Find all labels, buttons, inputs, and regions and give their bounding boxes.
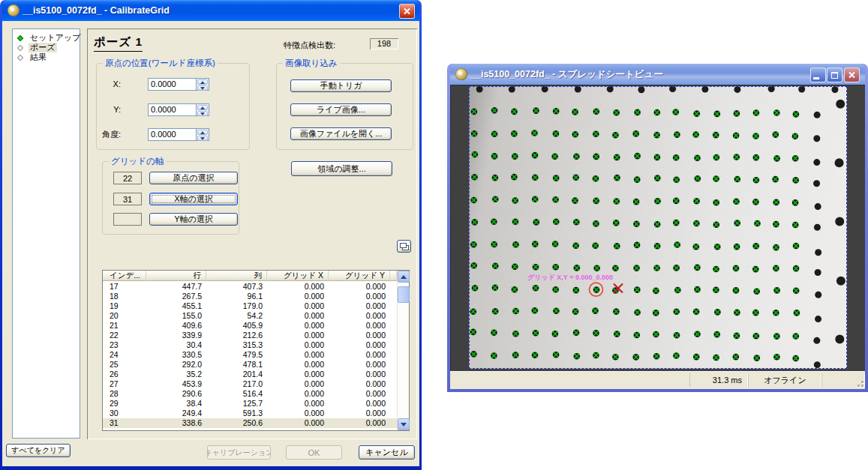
- cell: 0.000: [267, 370, 329, 379]
- cell: 405.9: [206, 321, 267, 331]
- tree-item-0[interactable]: セットアップ: [13, 33, 80, 43]
- table-row-29[interactable]: 2938.4125.70.0000.000: [103, 399, 397, 409]
- origin-field-input-0[interactable]: 0.0000: [148, 78, 197, 91]
- cell: 125.7: [206, 399, 267, 409]
- close-button[interactable]: [399, 4, 415, 19]
- table-row-20[interactable]: 20155.054.20.0000.000: [103, 311, 397, 321]
- minimize-button[interactable]: [810, 67, 826, 82]
- select-origin-button[interactable]: 原点の選択: [149, 172, 238, 184]
- open-image-file-button[interactable]: 画像ファイルを開く...: [290, 127, 392, 140]
- table-row-23[interactable]: 2330.4315.30.0000.000: [103, 340, 397, 350]
- cell: 478.1: [206, 360, 267, 370]
- spin-up-icon[interactable]: [197, 79, 208, 85]
- cell: 30: [103, 409, 146, 418]
- image-view-area[interactable]: グリッド X,Y = 0.000_0.000 31.3 ms オフライン: [450, 85, 865, 389]
- origin-field-label-2: 角度:: [99, 128, 121, 141]
- table-scrollbar[interactable]: [397, 271, 409, 430]
- cancel-button[interactable]: キャンセル: [359, 445, 415, 460]
- column-header-1[interactable]: 行: [146, 271, 206, 281]
- ok-button[interactable]: OK: [286, 445, 342, 460]
- cell: 0.000: [267, 389, 329, 399]
- calibrate-titlebar[interactable]: __is5100_0072fd_ - CalibrateGrid: [2, 0, 419, 21]
- tree-item-label: ポーズ: [29, 43, 57, 52]
- cell: 447.7: [146, 282, 206, 292]
- cell: 30.4: [146, 340, 206, 350]
- origin-field-spinner-1[interactable]: [197, 103, 209, 116]
- table-header[interactable]: インデ...行列グリッド Xグリッド Y: [103, 271, 397, 281]
- spin-down-icon[interactable]: [197, 85, 208, 91]
- tree-item-label: セットアップ: [29, 33, 83, 43]
- table-row-31[interactable]: 31338.6250.60.0000.000: [103, 418, 397, 428]
- cell: 17: [103, 282, 146, 292]
- table-row-26[interactable]: 2635.2201.40.0000.000: [103, 370, 397, 379]
- clear-all-button[interactable]: すべてをクリア: [6, 444, 71, 457]
- cell: 0.000: [267, 409, 329, 418]
- cell: 453.9: [146, 379, 206, 389]
- table-row-17[interactable]: 17447.7407.30.0000.000: [103, 282, 397, 292]
- calibrate-grid-window: __is5100_0072fd_ - CalibrateGrid セットアップポ…: [0, 0, 422, 470]
- cell: 330.5: [146, 350, 206, 360]
- table-row-18[interactable]: 18267.596.10.0000.000: [103, 292, 397, 301]
- origin-field-spinner-2[interactable]: [197, 128, 209, 141]
- scroll-thumb[interactable]: [398, 286, 410, 303]
- cell: 35.2: [146, 370, 206, 379]
- table-row-19[interactable]: 19455.1179.00.0000.000: [103, 301, 397, 311]
- region-adjust-button[interactable]: 領域の調整...: [291, 161, 392, 176]
- table-row-27[interactable]: 27453.9217.00.0000.000: [103, 379, 397, 389]
- copy-view-button[interactable]: [397, 240, 411, 253]
- cell: 516.4: [206, 389, 267, 399]
- origin-group: 原点の位置(ワールド座標系) X:0.0000Y:0.0000角度:0.0000: [96, 63, 250, 150]
- cell: 0.000: [267, 360, 329, 370]
- spin-up-icon[interactable]: [197, 105, 208, 110]
- spin-up-icon[interactable]: [197, 130, 208, 135]
- scroll-up-button[interactable]: [398, 271, 410, 283]
- spin-down-icon[interactable]: [197, 136, 208, 141]
- manual-trigger-button[interactable]: 手動トリガ: [290, 79, 392, 92]
- tree-list[interactable]: セットアップポーズ結果: [12, 28, 80, 439]
- cell: 0.000: [267, 301, 329, 311]
- column-header-3[interactable]: グリッド X: [267, 271, 329, 281]
- cell: 23: [103, 340, 146, 350]
- table-row-28[interactable]: 28290.6516.40.0000.000: [103, 389, 397, 399]
- cell: 267.5: [146, 292, 206, 301]
- scroll-down-button[interactable]: [398, 418, 410, 430]
- capture-group: 画像取り込み 手動トリガライブ画像...画像ファイルを開く...: [276, 63, 413, 150]
- cell: 0.000: [329, 350, 390, 360]
- cell: 0.000: [329, 282, 390, 292]
- calibration-image[interactable]: グリッド X,Y = 0.000_0.000: [469, 86, 847, 369]
- cell: 0.000: [329, 321, 390, 331]
- filled-diamond-icon: [17, 34, 23, 40]
- cell: 217.0: [206, 379, 267, 389]
- tree-item-1[interactable]: ポーズ: [13, 43, 80, 52]
- close-button-2[interactable]: [844, 67, 860, 82]
- tree-item-2[interactable]: 結果: [13, 52, 80, 62]
- origin-field-input-1[interactable]: 0.0000: [148, 103, 197, 116]
- column-header-4[interactable]: グリッド Y: [329, 271, 390, 281]
- select-y-axis-button[interactable]: Y軸の選択: [149, 213, 238, 226]
- table-row-21[interactable]: 21409.6405.90.0000.000: [103, 321, 397, 331]
- cell: 0.000: [267, 418, 329, 428]
- cell: 19: [103, 301, 146, 311]
- calibration-button[interactable]: キャリブレーション: [207, 445, 271, 460]
- table-row-24[interactable]: 24330.5479.50.0000.000: [103, 350, 397, 360]
- column-header-2[interactable]: 列: [206, 271, 267, 281]
- live-image-button[interactable]: ライブ画像...: [290, 103, 392, 116]
- table-row-25[interactable]: 25292.0478.10.0000.000: [103, 360, 397, 370]
- table-row-22[interactable]: 22339.9212.60.0000.000: [103, 331, 397, 340]
- cell: 0.000: [329, 340, 390, 350]
- spreadsheet-titlebar[interactable]: __is5100_0072fd_ - スプレッドシートビュー: [450, 64, 865, 85]
- spin-down-icon[interactable]: [197, 111, 208, 116]
- select-x-axis-button[interactable]: X軸の選択: [149, 193, 238, 205]
- column-header-0[interactable]: インデ...: [103, 271, 146, 281]
- cell: 0.000: [329, 418, 390, 428]
- origin-field-spinner-0[interactable]: [197, 78, 209, 91]
- cell: 0.000: [329, 360, 390, 370]
- table-row-30[interactable]: 30249.4591.30.0000.000: [103, 409, 397, 418]
- resize-grip[interactable]: [854, 377, 863, 387]
- maximize-button[interactable]: [827, 67, 842, 82]
- cell: 155.0: [146, 311, 206, 321]
- origin-field-input-2[interactable]: 0.0000: [148, 128, 197, 141]
- origin-group-title: 原点の位置(ワールド座標系): [103, 58, 218, 68]
- cell: 38.4: [146, 399, 206, 409]
- cell: 26: [103, 370, 146, 379]
